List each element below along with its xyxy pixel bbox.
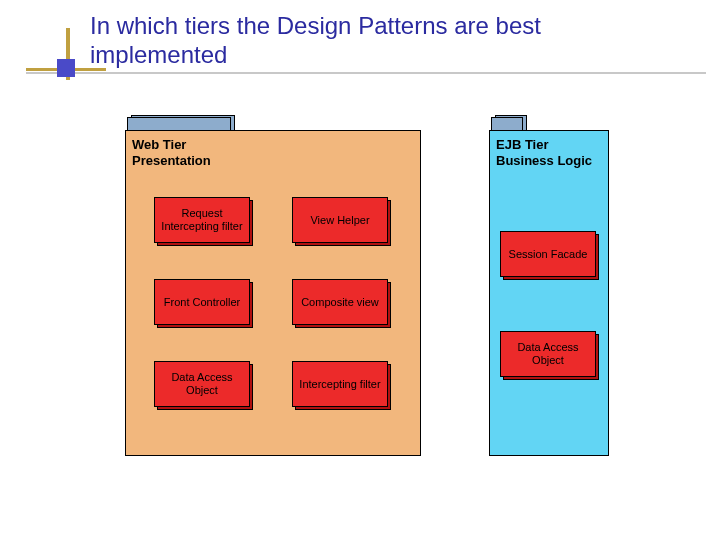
web-tier-header: Web Tier Presentation — [132, 137, 211, 170]
title-area: In which tiers the Design Patterns are b… — [90, 12, 650, 70]
pattern-box-front: Front Controller — [154, 279, 250, 325]
pattern-box-front: Data Access Object — [154, 361, 250, 407]
page-title: In which tiers the Design Patterns are b… — [90, 12, 650, 70]
slide-ornament — [20, 32, 90, 82]
web-tier-header-line1: Web Tier — [132, 137, 186, 152]
ejb-tier-header-line1: EJB Tier — [496, 137, 549, 152]
pattern-box-front: Intercepting filter — [292, 361, 388, 407]
web-tier-header-line2: Presentation — [132, 153, 211, 168]
pattern-data-access-object-ejb: Data Access Object — [500, 331, 596, 377]
ornament-line-grey — [26, 72, 706, 74]
pattern-front-controller: Front Controller — [154, 279, 250, 325]
pattern-request-intercepting-filter: Request Intercepting filter — [154, 197, 250, 243]
ejb-tier-panel: EJB Tier Business Logic Session Facade D… — [489, 130, 609, 456]
ejb-tier-header-line2: Business Logic — [496, 153, 592, 168]
pattern-view-helper: View Helper — [292, 197, 388, 243]
pattern-box-front: Session Facade — [500, 231, 596, 277]
pattern-box-front: View Helper — [292, 197, 388, 243]
pattern-box-front: Data Access Object — [500, 331, 596, 377]
pattern-intercepting-filter: Intercepting filter — [292, 361, 388, 407]
pattern-session-facade: Session Facade — [500, 231, 596, 277]
pattern-box-front: Request Intercepting filter — [154, 197, 250, 243]
diagram: Web Tier Presentation Request Intercepti… — [125, 115, 685, 455]
web-tier-panel: Web Tier Presentation Request Intercepti… — [125, 130, 421, 456]
pattern-composite-view: Composite view — [292, 279, 388, 325]
ornament-square — [57, 59, 75, 77]
ejb-tier-header: EJB Tier Business Logic — [496, 137, 592, 170]
pattern-data-access-object-web: Data Access Object — [154, 361, 250, 407]
pattern-box-front: Composite view — [292, 279, 388, 325]
